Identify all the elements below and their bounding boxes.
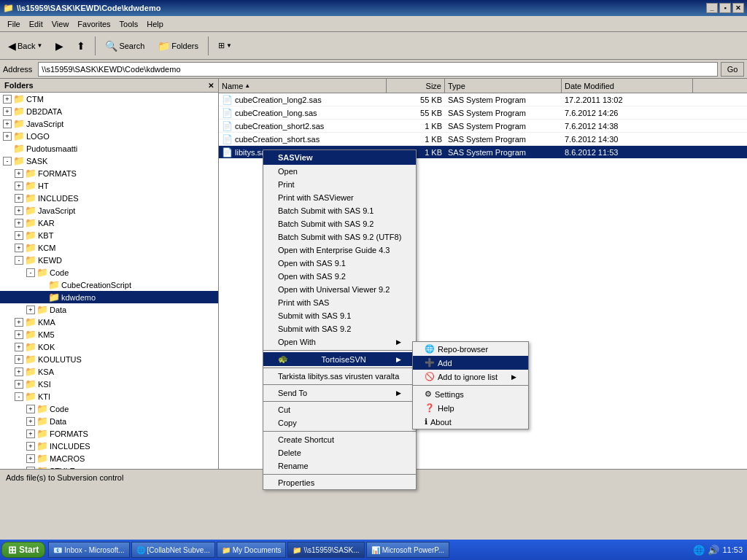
- tree-item-includes1[interactable]: +📁INCLUDES: [0, 192, 218, 204]
- menu-tools[interactable]: Tools: [115, 18, 143, 30]
- column-header-date[interactable]: Date Modified: [562, 79, 693, 93]
- expand-icon[interactable]: +: [15, 330, 23, 339]
- ctx-open-with[interactable]: Open With: [263, 335, 416, 349]
- table-row[interactable]: 📄 cubeCreation_short.sas 1 KB SAS System…: [219, 133, 747, 146]
- minimize-button[interactable]: _: [706, 3, 718, 13]
- tree-item-ksa[interactable]: +📁KSA: [0, 365, 218, 378]
- tree-item-sask[interactable]: -📁SASK: [0, 155, 218, 167]
- views-button[interactable]: ⊞ ▼: [213, 35, 237, 57]
- ctx-open-eg[interactable]: Open with Enterprise Guide 4.3: [263, 244, 416, 257]
- expand-icon[interactable]: +: [3, 120, 12, 128]
- menu-help[interactable]: Help: [142, 18, 168, 30]
- expand-icon[interactable]: +: [15, 182, 23, 190]
- tree-item-cubecreationscript[interactable]: 📁CubeCreationScript: [0, 279, 218, 291]
- taskbar-item-explorer[interactable]: 📁 \\s15959\SASK...: [287, 542, 364, 558]
- ctx-batch-92utf8[interactable]: Batch Submit with SAS 9.2 (UTF8): [263, 230, 416, 244]
- ctx-create-shortcut[interactable]: Create Shortcut: [263, 433, 416, 446]
- svn-add[interactable]: ➕ Add: [413, 356, 528, 370]
- menu-view[interactable]: View: [47, 18, 74, 30]
- tree-item-includes2[interactable]: +📁INCLUDES: [0, 440, 218, 452]
- menu-file[interactable]: File: [3, 18, 25, 30]
- expand-icon[interactable]: +: [26, 405, 35, 413]
- search-button[interactable]: 🔍 Search: [100, 35, 150, 57]
- expand-icon[interactable]: +: [15, 219, 23, 228]
- tree-item-formats2[interactable]: +📁FORMATS: [0, 427, 218, 440]
- expand-icon[interactable]: +: [26, 454, 35, 463]
- expand-icon[interactable]: -: [15, 256, 23, 265]
- close-button[interactable]: ✕: [732, 3, 744, 13]
- ctx-submit-92[interactable]: Submit with SAS 9.2: [263, 322, 416, 335]
- expand-icon[interactable]: +: [26, 467, 35, 470]
- tree-item-kok[interactable]: +📁KOK: [0, 341, 218, 353]
- ctx-batch-91[interactable]: Batch Submit with SAS 9.1: [263, 204, 416, 217]
- ctx-delete[interactable]: Delete: [263, 446, 416, 459]
- column-header-size[interactable]: Size: [387, 79, 445, 93]
- expand-icon[interactable]: +: [15, 169, 23, 178]
- taskbar-item-powerpoint[interactable]: 📊 Microsoft PowerP...: [366, 542, 449, 558]
- tree-item-code2[interactable]: +📁Code: [0, 402, 218, 415]
- tree-item-km5[interactable]: +📁KM5: [0, 328, 218, 341]
- tree-item-javascript2[interactable]: +📁JavaScript: [0, 204, 218, 217]
- table-row[interactable]: 📄 cubeCreation_long2.sas 55 KB SAS Syste…: [219, 93, 747, 106]
- tree-item-code[interactable]: -📁Code: [0, 266, 218, 279]
- ctx-copy[interactable]: Copy: [263, 416, 416, 429]
- expand-icon[interactable]: +: [15, 206, 23, 215]
- svn-settings[interactable]: ⚙ Settings: [413, 387, 528, 401]
- tree-item-ht[interactable]: +📁HT: [0, 179, 218, 192]
- svn-about[interactable]: ℹ About: [413, 415, 528, 429]
- tree-item-data2[interactable]: +📁Data: [0, 415, 218, 427]
- menu-favorites[interactable]: Favorites: [73, 18, 115, 30]
- tree-item-kbt[interactable]: +📁KBT: [0, 229, 218, 241]
- svn-help[interactable]: ❓ Help: [413, 401, 528, 415]
- forward-button[interactable]: ▶: [50, 35, 69, 57]
- tree-item-kar[interactable]: +📁KAR: [0, 217, 218, 229]
- column-header-name[interactable]: Name ▲: [219, 79, 387, 93]
- ctx-rename[interactable]: Rename: [263, 459, 416, 472]
- svn-repo-browser[interactable]: 🌐 Repo-browser: [413, 342, 528, 356]
- tree-item-style[interactable]: +📁STYLE: [0, 464, 218, 469]
- tree-item-db2data[interactable]: +📁DB2DATA: [0, 105, 218, 117]
- expand-icon[interactable]: +: [26, 417, 35, 426]
- folders-close-button[interactable]: ✕: [208, 82, 214, 90]
- expand-icon[interactable]: +: [15, 231, 23, 240]
- start-button[interactable]: ⊞ Start: [1, 542, 45, 558]
- expand-icon[interactable]: +: [15, 244, 23, 252]
- tree-item-ctm[interactable]: +📁CTM: [0, 93, 218, 105]
- ctx-open-sas92[interactable]: Open with SAS 9.2: [263, 270, 416, 283]
- ctx-submit-91[interactable]: Submit with SAS 9.1: [263, 309, 416, 322]
- tree-item-formats1[interactable]: +📁FORMATS: [0, 167, 218, 179]
- tree-item-kdwdemo[interactable]: 📁kdwdemo: [0, 291, 218, 303]
- menu-edit[interactable]: Edit: [25, 18, 47, 30]
- expand-icon[interactable]: +: [15, 343, 23, 351]
- address-input[interactable]: [38, 62, 718, 77]
- taskbar-item-inbox[interactable]: 📧 Inbox - Microsoft...: [48, 542, 129, 558]
- restore-button[interactable]: ▪: [719, 3, 731, 13]
- ctx-batch-92[interactable]: Batch Submit with SAS 9.2: [263, 217, 416, 230]
- tree-item-kti[interactable]: -📁KTI: [0, 390, 218, 402]
- back-button[interactable]: ◀ Back ▼: [3, 35, 47, 57]
- expand-icon[interactable]: +: [3, 95, 12, 104]
- tree-item-pudotusmaatti[interactable]: 📁Pudotusmaatti: [0, 142, 218, 155]
- table-row[interactable]: 📄 cubeCreation_short2.sas 1 KB SAS Syste…: [219, 120, 747, 133]
- expand-icon[interactable]: +: [15, 318, 23, 327]
- ctx-print[interactable]: Print: [263, 178, 416, 191]
- ctx-properties[interactable]: Properties: [263, 476, 416, 489]
- expand-icon[interactable]: +: [26, 306, 35, 314]
- expand-icon[interactable]: +: [15, 194, 23, 203]
- ctx-cut[interactable]: Cut: [263, 403, 416, 416]
- taskbar-item-collabnet[interactable]: 🌐 [CollabNet Subve...: [131, 542, 215, 558]
- expand-icon[interactable]: +: [26, 442, 35, 451]
- expand-icon[interactable]: +: [26, 429, 35, 438]
- expand-icon[interactable]: -: [15, 392, 23, 401]
- folders-button[interactable]: 📁 Folders: [152, 35, 204, 57]
- tree-item-ksi[interactable]: +📁KSI: [0, 378, 218, 390]
- ctx-send-to[interactable]: Send To: [263, 386, 416, 400]
- expand-icon[interactable]: +: [15, 380, 23, 389]
- column-header-type[interactable]: Type: [445, 79, 562, 93]
- ctx-print-sas[interactable]: Print with SAS: [263, 296, 416, 309]
- expand-icon[interactable]: +: [15, 355, 23, 364]
- up-button[interactable]: ⬆: [71, 35, 90, 57]
- tree-item-javascript1[interactable]: +📁JavaScript: [0, 117, 218, 130]
- ctx-virus-check[interactable]: Tarkista libitys.sas virusten varalta: [263, 370, 416, 383]
- ctx-open[interactable]: Open: [263, 165, 416, 178]
